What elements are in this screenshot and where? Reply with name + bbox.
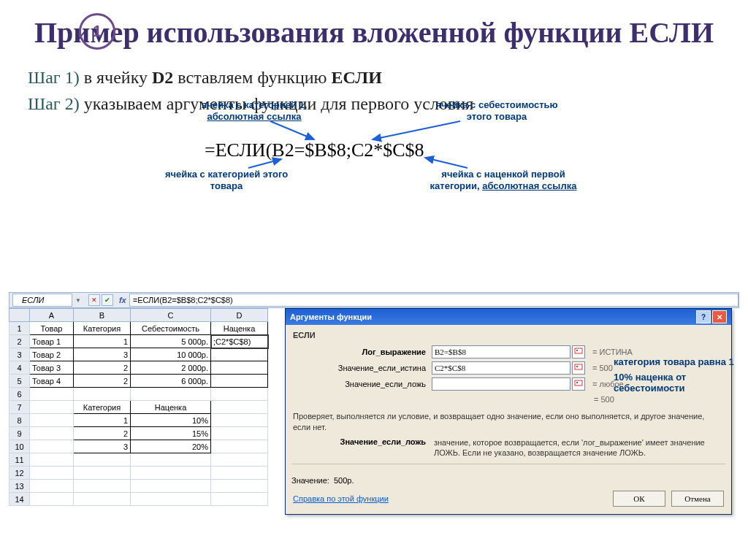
select-all[interactable]: [9, 309, 30, 322]
row-header[interactable]: 12: [9, 467, 30, 480]
cancel-button[interactable]: Отмена: [671, 491, 724, 507]
arg2-input[interactable]: [432, 361, 570, 375]
cell[interactable]: [131, 388, 211, 401]
cell[interactable]: [30, 427, 74, 440]
cell[interactable]: 2: [74, 427, 131, 440]
cell[interactable]: [211, 401, 268, 414]
cell[interactable]: [30, 467, 74, 480]
cell[interactable]: [211, 388, 268, 401]
row-header[interactable]: 14: [9, 493, 30, 506]
cell[interactable]: 10%: [131, 414, 211, 427]
arg3-input[interactable]: [432, 377, 570, 391]
spreadsheet-grid[interactable]: A B C D 1 Товар Категория Себестоимость …: [9, 308, 268, 506]
cell[interactable]: [30, 493, 74, 506]
row-header[interactable]: 6: [9, 388, 30, 401]
row-header[interactable]: 1: [9, 322, 30, 335]
cell[interactable]: [131, 493, 211, 506]
row-header[interactable]: 8: [9, 414, 30, 427]
row-header[interactable]: 10: [9, 440, 30, 453]
cell[interactable]: 1: [74, 414, 131, 427]
cell[interactable]: Товар 4: [30, 375, 74, 388]
cell[interactable]: [30, 401, 74, 414]
cell[interactable]: [211, 361, 268, 375]
cell[interactable]: 10 000р.: [131, 348, 211, 361]
col-header-C[interactable]: C: [131, 309, 211, 322]
cell[interactable]: 15%: [131, 427, 211, 440]
data-header[interactable]: Себестоимость: [131, 322, 211, 335]
dialog-titlebar[interactable]: Аргументы функции ? ✕: [286, 309, 731, 325]
cell[interactable]: 6 000р.: [131, 375, 211, 388]
row-header[interactable]: 13: [9, 480, 30, 493]
cell[interactable]: [211, 348, 268, 361]
col-header-B[interactable]: B: [74, 309, 131, 322]
cell[interactable]: 3: [74, 348, 131, 361]
cell[interactable]: 2: [74, 361, 131, 375]
cell[interactable]: [211, 453, 268, 467]
row-header[interactable]: 3: [9, 348, 30, 361]
cell-D2-selected[interactable]: ;C2*$C$8): [211, 335, 268, 348]
cell[interactable]: 1: [74, 335, 131, 348]
cell[interactable]: 2: [74, 375, 131, 388]
data-header[interactable]: Категория: [74, 401, 131, 414]
formula-bar-row: ЕСЛИ ▼ ✕ ✔ fx =ЕСЛИ(B2=$B$8;C2*$C$8): [9, 292, 739, 308]
data-header[interactable]: Товар: [30, 322, 74, 335]
data-header[interactable]: Наценка: [131, 401, 211, 414]
cancel-formula-icon[interactable]: ✕: [88, 294, 100, 306]
row-header[interactable]: 9: [9, 427, 30, 440]
range-picker-icon[interactable]: [572, 377, 585, 391]
cell[interactable]: [30, 453, 74, 467]
cell[interactable]: Товар 3: [30, 361, 74, 375]
cell[interactable]: [211, 480, 268, 493]
cell[interactable]: [30, 414, 74, 427]
cell[interactable]: 5 000р.: [131, 335, 211, 348]
row-header[interactable]: 11: [9, 453, 30, 467]
cell[interactable]: [74, 453, 131, 467]
cell[interactable]: 2 000р.: [131, 361, 211, 375]
cell[interactable]: [211, 375, 268, 388]
row-header[interactable]: 5: [9, 375, 30, 388]
fx-icon[interactable]: fx: [116, 296, 129, 304]
cell[interactable]: 3: [74, 440, 131, 453]
cell[interactable]: [74, 480, 131, 493]
help-icon[interactable]: ?: [696, 310, 711, 323]
cell[interactable]: 20%: [131, 440, 211, 453]
row-header[interactable]: 4: [9, 361, 30, 375]
row-header[interactable]: 2: [9, 335, 30, 348]
data-header[interactable]: Категория: [74, 322, 131, 335]
ok-button[interactable]: ОК: [613, 491, 665, 507]
cell[interactable]: Товар 2: [30, 348, 74, 361]
accept-formula-icon[interactable]: ✔: [102, 294, 113, 306]
row-header[interactable]: 7: [9, 401, 30, 414]
cell[interactable]: [74, 388, 131, 401]
cell[interactable]: [211, 440, 268, 453]
namebox-dropdown-icon[interactable]: ▼: [75, 297, 81, 304]
step-1: Шаг 1) в ячейку D2 вставляем функцию ЕСЛ…: [28, 64, 720, 91]
range-picker-icon[interactable]: [572, 361, 585, 375]
cell[interactable]: [30, 440, 74, 453]
cell[interactable]: [131, 480, 211, 493]
annot-3-l1: ячейка с категорией этого: [165, 169, 288, 180]
cell[interactable]: [131, 453, 211, 467]
cell[interactable]: [74, 493, 131, 506]
range-picker-icon[interactable]: [572, 345, 585, 358]
cell[interactable]: [30, 480, 74, 493]
annot-1-l2: абсолютная ссылка: [207, 111, 301, 122]
cell[interactable]: [211, 414, 268, 427]
slide-number-badge: 1: [79, 13, 115, 50]
cell[interactable]: [131, 467, 211, 480]
col-header-A[interactable]: A: [30, 309, 74, 322]
help-link[interactable]: Справка по этой функции: [293, 494, 389, 503]
cell[interactable]: Товар 1: [30, 335, 74, 348]
cell[interactable]: [211, 467, 268, 480]
col-header-D[interactable]: D: [211, 309, 268, 322]
formula-display: =ЕСЛИ(B2=$B$8;C2*$C$8: [205, 139, 424, 161]
cell[interactable]: [211, 427, 268, 440]
cell[interactable]: [30, 388, 74, 401]
data-header[interactable]: Наценка: [211, 322, 268, 335]
cell[interactable]: [211, 493, 268, 506]
arg1-input[interactable]: [432, 345, 570, 358]
formula-bar[interactable]: =ЕСЛИ(B2=$B$8;C2*$C$8): [129, 294, 739, 307]
close-icon[interactable]: ✕: [712, 310, 727, 323]
cell[interactable]: [74, 467, 131, 480]
name-box[interactable]: ЕСЛИ: [12, 294, 72, 307]
